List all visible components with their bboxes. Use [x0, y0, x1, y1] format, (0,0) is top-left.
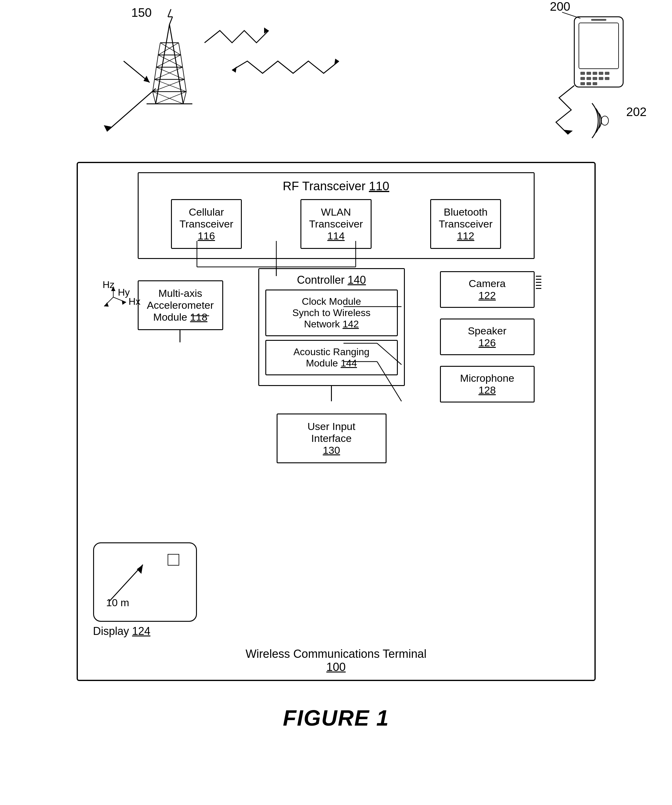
phone-diagram: 200 202	[464, 0, 647, 146]
axis-svg: Hz Hy Hx	[101, 277, 141, 314]
svg-line-1	[168, 9, 171, 17]
display-small-box	[168, 554, 179, 565]
cam-line-3	[536, 282, 541, 283]
microphone-box: Microphone128	[440, 366, 535, 402]
svg-rect-48	[593, 77, 597, 80]
bluetooth-transceiver-box: BluetoothTransceiver112	[430, 199, 501, 249]
outer-box: RF Transceiver 110 CellularTransceiver11…	[77, 162, 596, 681]
controller-title: Controller 140	[265, 274, 398, 286]
svg-line-28	[183, 92, 186, 104]
speaker-box: Speaker126	[440, 319, 535, 355]
svg-point-57	[601, 116, 608, 125]
svg-line-3	[169, 17, 173, 25]
svg-marker-36	[143, 76, 150, 82]
svg-line-20	[182, 67, 184, 79]
camera-container: Camera122	[440, 271, 535, 308]
controller-box: Controller 140 Clock ModuleSynch to Wire…	[258, 268, 405, 386]
svg-line-29	[153, 92, 183, 104]
camera-box: Camera122	[440, 271, 535, 308]
right-column: Camera122 Speaker126	[440, 268, 535, 463]
svg-marker-82	[137, 565, 143, 574]
rf-transceivers-row: CellularTransceiver116 WLANTransceiver11…	[145, 199, 527, 249]
main-diagram: RF Transceiver 110 CellularTransceiver11…	[61, 162, 611, 681]
svg-line-11	[158, 43, 160, 55]
middle-layout: Hz Hy Hx Multi-axis	[138, 268, 535, 463]
svg-rect-52	[587, 82, 591, 85]
svg-rect-40	[579, 23, 619, 69]
svg-text:202: 202	[626, 105, 647, 118]
camera-lines	[536, 276, 541, 289]
svg-line-15	[156, 55, 158, 67]
svg-line-14	[158, 43, 179, 55]
svg-rect-43	[593, 72, 597, 75]
display-label: Display 124	[93, 625, 203, 637]
outer-box-label: Wireless Communications Terminal 100	[245, 647, 427, 674]
center-column: Controller 140 Clock ModuleSynch to Wire…	[229, 268, 434, 463]
figure-caption: FIGURE 1	[283, 705, 389, 731]
svg-rect-53	[593, 82, 597, 85]
acoustic-ranging-box: Acoustic RangingModule 144	[265, 340, 398, 375]
svg-line-13	[160, 43, 181, 55]
svg-line-17	[158, 55, 182, 67]
svg-rect-46	[580, 77, 585, 80]
accel-connector	[179, 330, 181, 342]
cam-line-5	[536, 288, 541, 289]
svg-rect-49	[599, 77, 603, 80]
controller-down-connector	[331, 386, 332, 401]
svg-rect-54	[591, 19, 606, 21]
svg-rect-45	[605, 72, 610, 75]
svg-rect-51	[580, 82, 585, 85]
svg-line-19	[154, 67, 156, 79]
svg-line-27	[153, 92, 156, 104]
svg-line-18	[156, 55, 181, 67]
display-distance-label: 10 m	[106, 597, 130, 609]
cellular-transceiver-box: CellularTransceiver116	[171, 199, 242, 249]
bidirectional-arrow	[229, 55, 351, 85]
svg-rect-39	[574, 17, 623, 87]
clock-module-box: Clock ModuleSynch to WirelessNetwork 142	[265, 289, 398, 336]
top-section: 150	[0, 0, 672, 159]
accelerometer-box: Multi-axisAccelerometerModule 118	[138, 280, 223, 330]
svg-line-30	[156, 92, 186, 104]
svg-line-12	[179, 43, 181, 55]
display-num: 124	[132, 625, 151, 637]
svg-rect-50	[605, 77, 610, 80]
display-area: 10 m Display 124	[93, 542, 203, 637]
wlan-transceiver-box: WLANTransceiver114	[301, 199, 371, 249]
svg-text:Hy: Hy	[118, 287, 130, 298]
rf-transceiver-title: RF Transceiver 110	[145, 179, 527, 193]
svg-marker-68	[122, 300, 126, 305]
cam-line-1	[536, 276, 541, 277]
svg-marker-55	[564, 130, 573, 135]
user-input-box: User InputInterface130	[277, 414, 386, 463]
svg-text:150: 150	[131, 6, 152, 19]
cam-line-4	[536, 285, 541, 286]
svg-line-24	[184, 79, 186, 92]
cam-line-2	[536, 279, 541, 280]
svg-rect-47	[587, 77, 591, 80]
axis-labels: Hz Hy Hx	[101, 277, 141, 318]
svg-text:Hx: Hx	[128, 296, 140, 307]
svg-line-32	[107, 89, 156, 131]
left-column: Hz Hy Hx Multi-axis	[138, 268, 223, 463]
svg-line-16	[181, 55, 182, 67]
svg-rect-42	[587, 72, 591, 75]
svg-rect-44	[599, 72, 603, 75]
page-container: 150	[0, 0, 672, 805]
svg-marker-64	[104, 302, 109, 307]
svg-text:200: 200	[550, 0, 570, 13]
display-box: 10 m	[93, 542, 197, 622]
svg-rect-41	[580, 72, 585, 75]
rf-transceiver-box: RF Transceiver 110 CellularTransceiver11…	[138, 172, 535, 259]
